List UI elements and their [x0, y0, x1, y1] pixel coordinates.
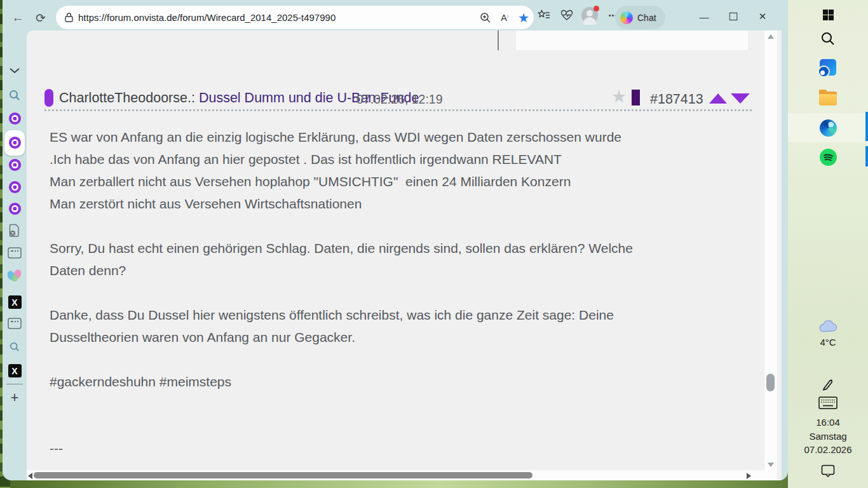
- search-tab-icon[interactable]: [3, 90, 27, 101]
- tab-onvista-active[interactable]: [3, 137, 27, 149]
- weather-temperature[interactable]: 4°C: [788, 336, 868, 348]
- post-body-line: Dusseltheorien waren von Anfang an nur G…: [50, 326, 742, 348]
- windows-taskbar: 4°C ‹ 16:04 Samstag 07.02.2026: [788, 0, 868, 488]
- notification-dot: [593, 6, 599, 11]
- start-button[interactable]: [788, 5, 868, 24]
- post-author: CharlotteTheodoorse.:: [59, 90, 195, 105]
- tab-document-blocked[interactable]: [3, 224, 27, 238]
- lock-icon: [65, 13, 73, 22]
- collapse-chevron-icon[interactable]: [3, 67, 27, 74]
- new-tab-button[interactable]: +: [3, 390, 27, 406]
- horizontal-scroll-thumb[interactable]: [34, 472, 532, 478]
- post-body-line: ---: [50, 437, 742, 459]
- tab-onvista-2[interactable]: [3, 159, 27, 171]
- reload-button[interactable]: ⟳: [32, 9, 50, 27]
- sidebar-divider: [6, 384, 23, 384]
- post-header-separator: [44, 109, 752, 111]
- touch-keyboard-icon[interactable]: [788, 395, 868, 410]
- post-timestamp: 07.02.26, 12:19: [356, 92, 443, 107]
- outlook-icon: [820, 59, 836, 76]
- tab-onvista-3[interactable]: [3, 181, 27, 193]
- folder-icon: [819, 92, 837, 105]
- copilot-icon: [620, 11, 633, 24]
- post-body-line: Danke, dass Du Dussel hier wenigstens öf…: [50, 304, 742, 326]
- tab-onvista-4[interactable]: [3, 203, 27, 215]
- taskbar-search-button[interactable]: [788, 29, 868, 48]
- forum-page-content: CharlotteTheodoorse.: Dussel Dumm und di…: [27, 30, 782, 480]
- scroll-left-arrow[interactable]: [28, 473, 32, 479]
- post-accent-marker: [44, 89, 53, 107]
- post-body-line: [50, 281, 742, 304]
- tab-x-twitter-1[interactable]: X: [3, 295, 27, 309]
- previous-post-fragment: [516, 30, 748, 50]
- scroll-down-arrow[interactable]: [768, 463, 774, 467]
- search-icon: [820, 31, 836, 46]
- profile-avatar[interactable]: [580, 6, 600, 24]
- post-body-line: [50, 348, 742, 370]
- url-text: https://forum.onvista.de/forum/Wirecard_…: [78, 12, 336, 23]
- outlook-button[interactable]: [788, 58, 868, 77]
- tab-search-2[interactable]: [3, 342, 27, 352]
- post-body-line: [50, 415, 742, 437]
- favorite-star-icon[interactable]: ★: [515, 6, 532, 29]
- edge-sidebar: X X +: [3, 30, 27, 480]
- post-body-line: [50, 393, 742, 415]
- tab-card-1[interactable]: [3, 247, 27, 259]
- clock-date[interactable]: 07.02.2026: [788, 443, 868, 456]
- watch-star-icon[interactable]: ★: [611, 86, 627, 107]
- post-body-line: ES war von Anfang an die einzig logische…: [50, 126, 742, 148]
- tab-x-twitter-2[interactable]: X: [3, 364, 27, 377]
- post-body-line: #gackerndeshuhn #meimsteps: [50, 370, 742, 393]
- read-aloud-icon[interactable]: A⁾: [496, 6, 513, 29]
- edge-icon: [820, 119, 837, 137]
- address-bar[interactable]: https://forum.onvista.de/forum/Wirecard_…: [56, 6, 534, 29]
- post-body-line: Sorry, Du hast echt einen gehörigen Schl…: [50, 237, 742, 259]
- browser-essentials-icon[interactable]: [557, 6, 577, 24]
- scroll-right-arrow[interactable]: [747, 473, 751, 479]
- back-button[interactable]: ←: [9, 9, 27, 27]
- scroll-up-arrow[interactable]: [768, 34, 774, 39]
- post-body-line: Man zerballert nicht aus Versehen hoplah…: [50, 170, 742, 193]
- tab-card-2[interactable]: [3, 318, 27, 329]
- weather-cloud-icon[interactable]: [788, 318, 868, 336]
- post-body-line: .Ich habe das von Anfang an hier geposte…: [50, 148, 742, 170]
- browser-window: ← ⟳ https://forum.onvista.de/forum/Wirec…: [3, 0, 788, 480]
- maximize-button[interactable]: ☐: [723, 8, 743, 25]
- previous-post-arrow[interactable]: [709, 93, 727, 104]
- file-explorer-button[interactable]: [788, 89, 868, 108]
- clock-time[interactable]: 16:04: [788, 416, 868, 429]
- tab-butterfly[interactable]: [3, 269, 27, 282]
- vertical-scrollbar[interactable]: [764, 30, 777, 480]
- close-button[interactable]: ✕: [752, 8, 773, 25]
- notification-center-icon[interactable]: [788, 464, 868, 478]
- spotify-icon: [820, 149, 837, 166]
- tab-onvista-1[interactable]: [3, 112, 27, 125]
- windows-logo-icon: [823, 10, 834, 20]
- horizontal-scrollbar[interactable]: [27, 470, 777, 480]
- spotify-button[interactable]: [788, 147, 868, 166]
- clock-day[interactable]: Samstag: [788, 430, 868, 443]
- vertical-scroll-thumb[interactable]: [766, 374, 775, 391]
- pen-icon[interactable]: [788, 376, 868, 393]
- post-body-line: Man zerstört nicht aus Versehen Wirtscha…: [50, 193, 742, 215]
- flag-icon[interactable]: [632, 90, 640, 105]
- post-body: ES war von Anfang an die einzig logische…: [50, 126, 742, 459]
- next-post-arrow[interactable]: [731, 93, 750, 104]
- copilot-chat-button[interactable]: Chat: [615, 6, 665, 29]
- previous-post-divider: [498, 30, 499, 50]
- post-body-line: Daten denn?: [50, 259, 742, 281]
- zoom-icon[interactable]: [477, 6, 494, 29]
- collections-icon[interactable]: [534, 6, 554, 24]
- post-number: #187413: [650, 92, 703, 107]
- edge-button[interactable]: [788, 118, 868, 137]
- browser-toolbar: ← ⟳ https://forum.onvista.de/forum/Wirec…: [3, 0, 788, 30]
- minimize-button[interactable]: —: [694, 8, 714, 25]
- post-body-line: [50, 215, 742, 237]
- chat-label: Chat: [637, 13, 656, 23]
